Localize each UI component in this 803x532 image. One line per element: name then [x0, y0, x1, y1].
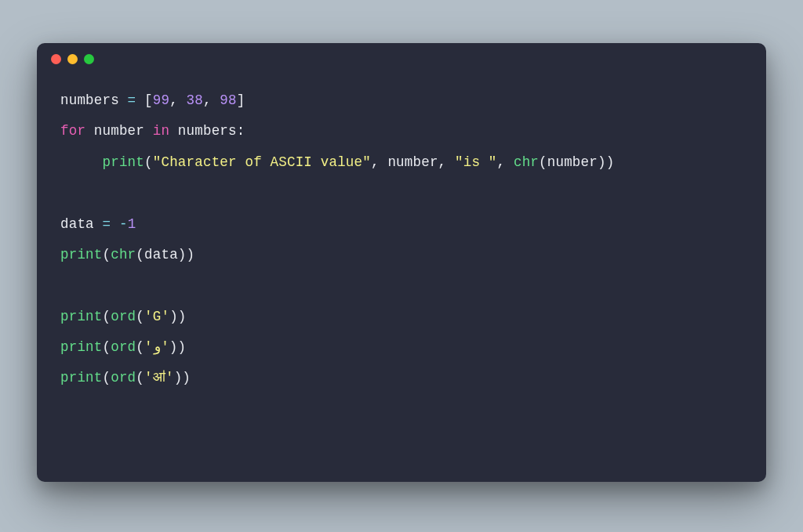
identifier: numbers	[178, 123, 237, 139]
paren-open: (	[136, 339, 144, 355]
paren-open: (	[103, 370, 111, 385]
number-literal: 99	[153, 92, 169, 108]
bracket-close: ]	[237, 92, 245, 108]
identifier: data	[144, 247, 178, 262]
paren-open: (	[103, 339, 111, 355]
window-titlebar	[37, 43, 766, 74]
comma: ,	[169, 92, 186, 108]
identifier: number	[94, 123, 144, 139]
code-line: print(ord('G'))	[60, 309, 187, 324]
identifier: numbers	[60, 92, 119, 108]
string-literal: 'و'	[144, 339, 169, 355]
builtin-ord: ord	[111, 370, 136, 385]
close-icon[interactable]	[51, 54, 61, 64]
indent	[60, 154, 103, 170]
space	[169, 123, 178, 139]
number-literal: 38	[187, 92, 203, 108]
paren-open: (	[103, 247, 111, 262]
string-literal: "is "	[455, 154, 497, 170]
paren-close: )	[178, 309, 187, 324]
code-line: print(chr(data))	[60, 247, 194, 262]
paren-close: )	[187, 247, 195, 262]
bracket-open: [	[144, 92, 153, 108]
builtin-print: print	[60, 247, 103, 262]
paren-close: )	[174, 370, 183, 385]
comma: ,	[203, 92, 220, 108]
builtin-chr: chr	[111, 247, 136, 262]
colon: :	[237, 123, 245, 139]
code-line: print("Character of ASCII value", number…	[60, 154, 614, 170]
paren-open: (	[136, 370, 144, 385]
paren-open: (	[144, 154, 153, 170]
code-block: numbers = [99, 38, 98] for number in num…	[37, 74, 766, 410]
string-literal: "Character of ASCII value"	[153, 154, 371, 170]
builtin-chr: chr	[514, 154, 539, 170]
builtin-print: print	[60, 370, 103, 385]
string-literal: 'ॴ'	[144, 370, 174, 385]
paren-open: (	[136, 247, 144, 262]
zoom-icon[interactable]	[84, 54, 94, 64]
code-line: for number in numbers:	[60, 123, 245, 139]
paren-close: )	[606, 154, 615, 170]
identifier: number	[387, 154, 438, 170]
code-line: data = -1	[60, 216, 136, 232]
builtin-print: print	[60, 309, 103, 324]
paren-open: (	[539, 154, 547, 170]
identifier: data	[60, 216, 94, 232]
code-window: numbers = [99, 38, 98] for number in num…	[37, 43, 766, 482]
keyword-for: for	[60, 123, 85, 139]
paren-close: )	[182, 370, 191, 385]
code-line: print(ord('و'))	[60, 339, 186, 355]
paren-close: )	[169, 339, 178, 355]
builtin-ord: ord	[111, 339, 136, 355]
paren-open: (	[136, 309, 144, 324]
number-literal: 98	[220, 92, 236, 108]
space	[144, 123, 153, 139]
code-line: print(ord('ॴ'))	[60, 370, 191, 385]
space	[85, 123, 94, 139]
paren-close: )	[169, 309, 178, 324]
paren-open: (	[103, 309, 111, 324]
operator-minus: -	[119, 216, 128, 232]
number-literal: 1	[128, 216, 136, 232]
paren-close: )	[178, 339, 187, 355]
paren-close: )	[178, 247, 187, 262]
keyword-in: in	[153, 123, 169, 139]
code-line: numbers = [99, 38, 98]	[60, 92, 245, 108]
builtin-print: print	[60, 339, 103, 355]
comma: ,	[438, 154, 455, 170]
identifier: number	[547, 154, 598, 170]
comma: ,	[371, 154, 387, 170]
comma: ,	[497, 154, 514, 170]
operator-equals: =	[94, 216, 119, 232]
builtin-print: print	[103, 154, 145, 170]
operator-equals: =	[119, 92, 144, 108]
paren-close: )	[598, 154, 606, 170]
string-literal: 'G'	[144, 309, 169, 324]
builtin-ord: ord	[111, 309, 136, 324]
minimize-icon[interactable]	[67, 54, 78, 64]
